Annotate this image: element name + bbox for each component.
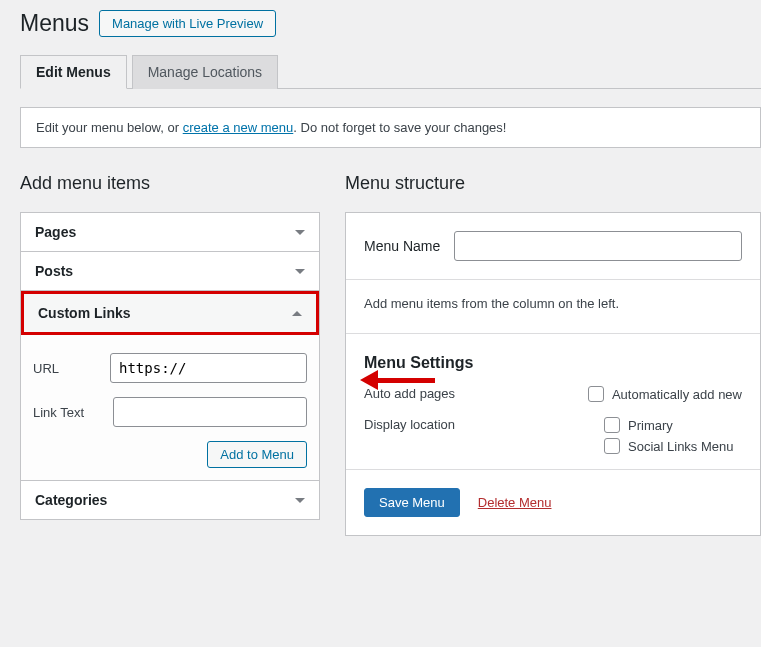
url-input[interactable] bbox=[110, 353, 307, 383]
menu-settings-heading: Menu Settings bbox=[364, 354, 742, 372]
save-menu-button[interactable]: Save Menu bbox=[364, 488, 460, 517]
notice-text-pre: Edit your menu below, or bbox=[36, 120, 183, 135]
add-items-heading: Add menu items bbox=[20, 173, 320, 194]
location-social-label: Social Links Menu bbox=[628, 439, 734, 454]
structure-hint: Add menu items from the column on the le… bbox=[364, 280, 742, 333]
accordion-posts: Posts bbox=[21, 252, 319, 291]
location-primary-label: Primary bbox=[628, 418, 673, 433]
accordion-posts-label: Posts bbox=[35, 263, 73, 279]
location-primary-checkbox[interactable] bbox=[604, 417, 620, 433]
menu-name-input[interactable] bbox=[454, 231, 742, 261]
location-primary-row[interactable]: Primary bbox=[604, 417, 734, 433]
page-title: Menus bbox=[20, 10, 89, 37]
create-new-menu-link[interactable]: create a new menu bbox=[183, 120, 294, 135]
accordion-custom-links-header[interactable]: Custom Links bbox=[21, 291, 319, 335]
tab-manage-locations[interactable]: Manage Locations bbox=[132, 55, 278, 89]
menu-name-label: Menu Name bbox=[364, 238, 440, 254]
location-social-row[interactable]: Social Links Menu bbox=[604, 438, 734, 454]
accordion-custom-links: Custom Links URL Link Text A bbox=[21, 291, 319, 481]
chevron-down-icon bbox=[295, 269, 305, 274]
notice-text-post: . Do not forget to save your changes! bbox=[293, 120, 506, 135]
manage-live-preview-button[interactable]: Manage with Live Preview bbox=[99, 10, 276, 37]
accordion-categories: Categories bbox=[21, 481, 319, 519]
accordion-pages-label: Pages bbox=[35, 224, 76, 240]
auto-add-pages-label: Auto add pages bbox=[364, 386, 588, 407]
tabs-bar: Edit Menus Manage Locations bbox=[20, 55, 761, 89]
url-label: URL bbox=[33, 361, 100, 376]
location-social-checkbox[interactable] bbox=[604, 438, 620, 454]
menu-structure-panel: Menu Name Add menu items from the column… bbox=[345, 212, 761, 536]
link-text-label: Link Text bbox=[33, 405, 103, 420]
delete-menu-link[interactable]: Delete Menu bbox=[478, 495, 552, 510]
accordion-pages-header[interactable]: Pages bbox=[21, 213, 319, 251]
tab-edit-menus[interactable]: Edit Menus bbox=[20, 55, 127, 89]
accordion-categories-header[interactable]: Categories bbox=[21, 481, 319, 519]
add-items-accordion: Pages Posts Custom Links bbox=[20, 212, 320, 520]
custom-links-form: URL Link Text Add to Menu bbox=[21, 335, 319, 480]
auto-add-checkbox-row[interactable]: Automatically add new bbox=[588, 386, 742, 402]
link-text-input[interactable] bbox=[113, 397, 307, 427]
chevron-down-icon bbox=[295, 498, 305, 503]
auto-add-checkbox[interactable] bbox=[588, 386, 604, 402]
accordion-custom-links-label: Custom Links bbox=[38, 305, 131, 321]
display-location-label: Display location bbox=[364, 417, 604, 459]
chevron-up-icon bbox=[292, 311, 302, 316]
info-notice: Edit your menu below, or create a new me… bbox=[20, 107, 761, 148]
accordion-posts-header[interactable]: Posts bbox=[21, 252, 319, 290]
accordion-pages: Pages bbox=[21, 213, 319, 252]
menu-structure-heading: Menu structure bbox=[345, 173, 761, 194]
accordion-categories-label: Categories bbox=[35, 492, 107, 508]
chevron-down-icon bbox=[295, 230, 305, 235]
add-to-menu-button[interactable]: Add to Menu bbox=[207, 441, 307, 468]
auto-add-checkbox-label: Automatically add new bbox=[612, 387, 742, 402]
